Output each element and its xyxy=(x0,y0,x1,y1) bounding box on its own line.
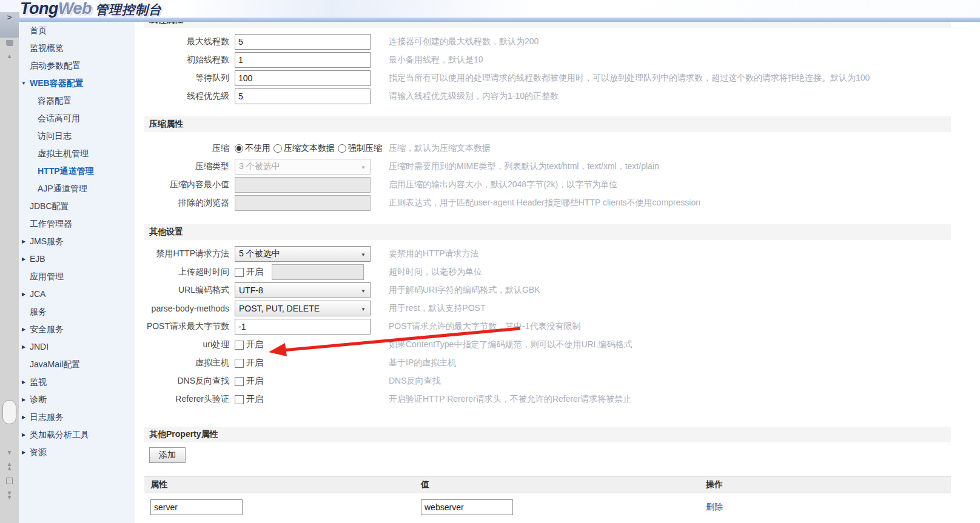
field-label: DNS反向查找 xyxy=(144,376,229,387)
section-rows: 压缩不使用压缩文本数据强制压缩压缩，默认为压缩文本数据压缩类型3 个被选中▼压缩… xyxy=(144,139,951,212)
add-property-button[interactable]: 添加 xyxy=(149,447,186,463)
field-hint: 压缩，默认为压缩文本数据 xyxy=(389,143,491,154)
checkbox-label: 开启 xyxy=(246,339,263,350)
sidebar-item[interactable]: ▶JMS服务 xyxy=(19,233,135,250)
form-row: 最大线程数连接器可创建的最大线程数，默认为200 xyxy=(144,33,951,51)
sidebar-item[interactable]: ▶资源 xyxy=(19,444,135,461)
初始线程数-input[interactable] xyxy=(235,52,371,68)
property-attr-input[interactable] xyxy=(150,499,243,515)
chevron-right-icon[interactable]: ▶ xyxy=(19,285,28,303)
dock-icon[interactable] xyxy=(0,40,19,46)
dropdown-value: POST, PUT, DELETE xyxy=(239,304,320,313)
parse-body-methods-dropdown[interactable]: POST, PUT, DELETE▼ xyxy=(235,301,371,316)
sidebar-item[interactable]: 会话高可用 xyxy=(19,110,135,127)
sidebar-item-label: 虚拟主机管理 xyxy=(38,148,89,158)
sidebar-item[interactable]: 虚拟主机管理 xyxy=(19,145,135,162)
URL编码格式-dropdown[interactable]: UTF-8▼ xyxy=(235,282,371,298)
chevron-right-icon[interactable]: ▶ xyxy=(19,250,28,268)
sidebar-item[interactable]: 首页 xyxy=(19,22,135,39)
field-hint: 连接器可创建的最大线程数，默认为200 xyxy=(389,36,539,47)
sidebar-item-label: 安全服务 xyxy=(30,324,64,334)
delete-link[interactable]: 删除 xyxy=(706,502,723,511)
splitter-drag-handle[interactable] xyxy=(2,400,16,424)
field-label: 排除的浏览器 xyxy=(144,198,229,208)
section-rows: 禁用HTTP请求方法5 个被选中▼要禁用的HTTP请求方法上传超时时间开启超时时… xyxy=(144,245,951,408)
sidebar-item[interactable]: 应用管理 xyxy=(19,268,135,285)
虚拟主机-checkbox[interactable] xyxy=(235,359,244,368)
property-value-cell xyxy=(417,499,702,515)
checkbox-label: 开启 xyxy=(246,358,263,368)
chevron-right-icon[interactable]: ▶ xyxy=(19,444,28,461)
sidebar-item[interactable]: AJP通道管理 xyxy=(19,180,135,198)
线程优先级-input[interactable] xyxy=(235,88,371,104)
field-label: 最大线程数 xyxy=(144,36,229,47)
page-up-icon[interactable]: ▲▲ xyxy=(0,462,19,470)
uri处理-checkbox[interactable] xyxy=(235,341,244,350)
page-down-icon[interactable]: ▼▼ xyxy=(0,491,19,499)
field-label: 禁用HTTP请求方法 xyxy=(144,248,229,259)
sidebar-item-label: AJP通道管理 xyxy=(38,184,87,193)
sidebar-item[interactable]: JDBC配置 xyxy=(19,198,135,215)
radio-强制压缩[interactable] xyxy=(338,144,346,153)
chevron-down-icon[interactable]: ▼ xyxy=(19,75,28,92)
stop-scroll-icon[interactable] xyxy=(0,478,19,485)
sidebar-item[interactable]: ▶安全服务 xyxy=(19,321,135,338)
tongweb-logo: TongWeb管理控制台 xyxy=(20,0,162,18)
top-logo-bar: TongWeb管理控制台 xyxy=(0,0,980,18)
sidebar-item-label: 监视概览 xyxy=(30,43,64,53)
sidebar-item[interactable]: JavaMail配置 xyxy=(19,356,135,373)
sidebar-item[interactable]: ▶EJB xyxy=(19,250,135,268)
最大线程数-input[interactable] xyxy=(235,34,371,50)
sidebar-item[interactable]: HTTP通道管理 xyxy=(19,162,135,180)
radio-不使用[interactable] xyxy=(235,144,243,153)
chevron-right-icon[interactable]: ▶ xyxy=(19,373,28,391)
chevron-right-icon[interactable]: ▶ xyxy=(19,391,28,408)
dropdown-value: 3 个被选中 xyxy=(239,161,280,172)
radio-压缩文本数据[interactable] xyxy=(274,144,282,153)
sidebar-item-label: EJB xyxy=(30,254,45,264)
field-label: 等待队列 xyxy=(144,73,229,84)
sidebar-item[interactable]: 启动参数配置 xyxy=(19,57,135,75)
sidebar-item[interactable]: ▶监视 xyxy=(19,373,135,391)
field-hint: 压缩时需要用到的MIME类型，列表默认为text/html，text/xml，t… xyxy=(389,161,659,172)
sidebar-nav: 首页监视概览启动参数配置▼WEB容器配置容器配置会话高可用访问日志虚拟主机管理H… xyxy=(19,22,135,523)
form-row: 压缩内容最小值启用压缩的输出内容大小，默认2048字节(2k)，以字节为单位 xyxy=(144,176,951,194)
sidebar-item[interactable]: ▶JCA xyxy=(19,285,135,303)
chevron-right-icon[interactable]: ▶ xyxy=(19,338,28,356)
chevron-right-icon[interactable]: ▶ xyxy=(19,233,28,250)
field-hint: 开启验证HTTP Rererer请求头，不被允许的Referer请求将被禁止 xyxy=(389,394,631,405)
sidebar-item[interactable]: ▶诊断 xyxy=(19,391,135,408)
Referer头验证-checkbox[interactable] xyxy=(235,395,244,404)
sidebar-item[interactable]: 访问日志 xyxy=(19,127,135,145)
section-title: 其他Property属性 xyxy=(149,429,218,440)
chevron-right-icon[interactable]: ▶ xyxy=(19,426,28,444)
上传超时时间-checkbox[interactable] xyxy=(235,268,244,277)
expand-chevron-icon[interactable]: > xyxy=(0,15,19,21)
scroll-up-icon[interactable]: ▲ xyxy=(0,53,19,59)
sidebar-item[interactable]: 服务 xyxy=(19,303,135,321)
field-control: UTF-8▼ xyxy=(235,282,371,298)
sidebar-item[interactable]: ▶JNDI xyxy=(19,338,135,356)
field-hint: 要禁用的HTTP请求方法 xyxy=(389,248,479,259)
sidebar-item[interactable]: ▼WEB容器配置 xyxy=(19,75,135,92)
chevron-right-icon[interactable]: ▶ xyxy=(19,408,28,426)
等待队列-input[interactable] xyxy=(235,70,371,86)
http-channel-settings-form: 线程属性最大线程数连接器可创建的最大线程数，默认为200初始线程数最小备用线程，… xyxy=(135,22,980,523)
sidebar-item[interactable]: ▶类加载分析工具 xyxy=(19,426,135,444)
property-table-row: 删除 xyxy=(144,498,951,516)
section-title: 线程属性 xyxy=(149,22,183,25)
sidebar-item[interactable]: 容器配置 xyxy=(19,92,135,110)
禁用HTTP请求方法-dropdown[interactable]: 5 个被选中▼ xyxy=(235,246,371,262)
chevron-right-icon[interactable]: ▶ xyxy=(19,321,28,338)
sidebar-item[interactable]: 工作管理器 xyxy=(19,215,135,233)
property-attr-cell xyxy=(144,499,417,515)
DNS反向查找-checkbox[interactable] xyxy=(235,377,244,386)
form-row: 虚拟主机开启基于IP的虚拟主机 xyxy=(144,354,951,372)
POST请求最大字节数-input[interactable] xyxy=(235,319,371,335)
sidebar-item[interactable]: 监视概览 xyxy=(19,39,135,57)
field-hint: 超时时间，以毫秒为单位 xyxy=(389,267,482,278)
property-value-input[interactable] xyxy=(421,499,513,515)
sidebar-item[interactable]: ▶日志服务 xyxy=(19,408,135,426)
scroll-down-icon[interactable]: ▼ xyxy=(0,450,19,456)
splitter-gutter: > ▲ ▼ ▲▲ ▼▼ xyxy=(0,12,19,523)
